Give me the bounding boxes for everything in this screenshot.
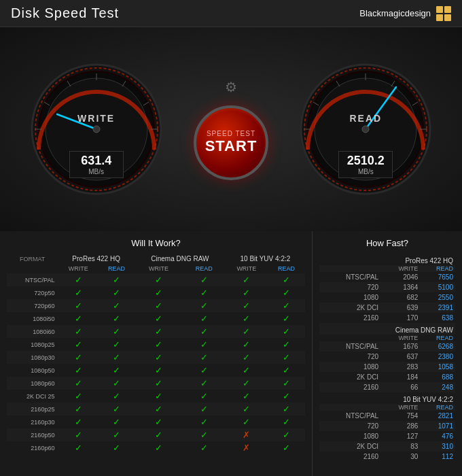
fast-data-row: 1080127476 (319, 431, 455, 441)
will-table-row: 720p60✓✓✓✓✓✓ (7, 299, 305, 312)
read-gauge-value: 2510.2 (346, 154, 385, 168)
will-cell: ✓ (183, 325, 226, 338)
fast-data-row: NTSC/PAL20467650 (319, 272, 455, 282)
row-format-name: 2160p25 (7, 403, 58, 415)
will-cell: ✓ (58, 299, 99, 312)
will-cell: ✓ (226, 325, 268, 338)
fast-data-row: 2K DCI6392391 (319, 303, 455, 313)
will-cell: ✓ (183, 390, 226, 403)
will-cell: ✓ (135, 364, 183, 377)
will-cell: ✗ (226, 428, 268, 441)
fast-data-row: 7206372380 (319, 352, 455, 362)
will-it-work-panel: Will It Work? FORMAT ProRes 422 HQ Cinem… (0, 231, 313, 476)
fast-data-row: 216066248 (319, 382, 455, 392)
will-cell: ✓ (58, 415, 99, 428)
gear-icon[interactable]: ⚙ (225, 79, 237, 95)
will-cell: ✓ (135, 325, 183, 338)
fast-group-header: ProRes 422 HQ (319, 254, 455, 265)
will-cell: ✓ (99, 403, 135, 415)
will-cell: ✓ (58, 286, 99, 299)
col-w3: WRITE (226, 264, 268, 273)
gauges-section: WRITE 631.4 MB/s ⚙ SPEED TEST START (0, 27, 462, 231)
row-format-name: 720p60 (7, 299, 58, 312)
yuv-header: 10 Bit YUV 4:2:2 (226, 254, 305, 264)
svg-point-12 (93, 126, 100, 133)
row-format-name: 2160p60 (7, 441, 58, 454)
will-cell: ✓ (135, 415, 183, 428)
write-gauge-unit: MB/s (77, 168, 116, 175)
will-cell: ✓ (268, 273, 305, 286)
start-button[interactable]: SPEED TEST START (194, 105, 268, 180)
will-cell: ✓ (99, 299, 135, 312)
svg-point-25 (362, 126, 369, 133)
will-cell: ✓ (58, 403, 99, 415)
will-cell: ✓ (226, 364, 268, 377)
will-cell: ✓ (135, 428, 183, 441)
will-it-work-title: Will It Work? (7, 238, 305, 248)
will-cell: ✓ (183, 338, 226, 351)
start-label-main: START (205, 137, 257, 155)
will-cell: ✓ (226, 312, 268, 325)
will-cell: ✓ (183, 312, 226, 325)
will-cell: ✓ (99, 351, 135, 364)
will-cell: ✓ (268, 364, 305, 377)
row-format-name: 1080i50 (7, 312, 58, 325)
will-cell: ✓ (183, 428, 226, 441)
will-table-row: 2160p30✓✓✓✓✓✓ (7, 415, 305, 428)
will-cell: ✓ (183, 351, 226, 364)
will-cell: ✓ (58, 364, 99, 377)
will-table-row: 2K DCI 25✓✓✓✓✓✓ (7, 390, 305, 403)
fast-data-row: 2K DCI83310 (319, 441, 455, 452)
will-cell: ✓ (183, 299, 226, 312)
will-cell: ✓ (99, 273, 135, 286)
will-cell: ✓ (226, 286, 268, 299)
will-cell: ✓ (183, 273, 226, 286)
prores-header: ProRes 422 HQ (58, 254, 134, 264)
will-cell: ✓ (135, 299, 183, 312)
row-format-name: 720p50 (7, 286, 58, 299)
will-cell: ✓ (268, 312, 305, 325)
will-cell: ✓ (58, 351, 99, 364)
will-cell: ✓ (99, 415, 135, 428)
how-fast-title: How Fast? (319, 238, 455, 248)
fast-data-row: 72013645100 (319, 282, 455, 292)
write-gauge-value: 631.4 (77, 154, 116, 168)
will-table-row: NTSC/PAL✓✓✓✓✓✓ (7, 273, 305, 286)
dng-header: Cinema DNG RAW (135, 254, 226, 264)
will-cell: ✓ (226, 390, 268, 403)
will-cell: ✓ (58, 312, 99, 325)
row-format-name: 1080p30 (7, 351, 58, 364)
will-cell: ✓ (226, 338, 268, 351)
will-cell: ✓ (135, 390, 183, 403)
will-cell: ✓ (135, 441, 183, 454)
will-table-row: 1080p60✓✓✓✓✓✓ (7, 377, 305, 390)
start-label-top: SPEED TEST (207, 130, 255, 137)
fast-data-row: NTSC/PAL7542821 (319, 411, 455, 421)
will-cell: ✓ (99, 312, 135, 325)
will-cell: ✓ (58, 273, 99, 286)
row-format-name: 1080p50 (7, 364, 58, 377)
will-table-row: 1080i60✓✓✓✓✓✓ (7, 325, 305, 338)
will-cell: ✓ (226, 351, 268, 364)
fast-data-row: 7202861071 (319, 421, 455, 431)
will-cell: ✓ (99, 390, 135, 403)
will-cell: ✓ (58, 377, 99, 390)
will-cell: ✗ (226, 441, 268, 454)
will-table-row: 2160p60✓✓✓✓✗✓ (7, 441, 305, 454)
will-cell: ✓ (58, 338, 99, 351)
will-cell: ✓ (135, 351, 183, 364)
will-table-row: 1080p50✓✓✓✓✓✓ (7, 364, 305, 377)
will-cell: ✓ (58, 390, 99, 403)
read-gauge-unit: MB/s (346, 168, 385, 175)
will-cell: ✓ (268, 338, 305, 351)
will-cell: ✓ (58, 325, 99, 338)
how-fast-table: ProRes 422 HQWRITEREADNTSC/PAL2046765072… (319, 254, 455, 462)
will-cell: ✓ (135, 338, 183, 351)
will-cell: ✓ (226, 377, 268, 390)
will-cell: ✓ (99, 325, 135, 338)
fast-data-row: 10806822550 (319, 292, 455, 303)
tables-section: Will It Work? FORMAT ProRes 422 HQ Cinem… (0, 231, 462, 476)
fast-data-row: 2160170638 (319, 313, 455, 323)
will-cell: ✓ (99, 441, 135, 454)
will-cell: ✓ (268, 377, 305, 390)
